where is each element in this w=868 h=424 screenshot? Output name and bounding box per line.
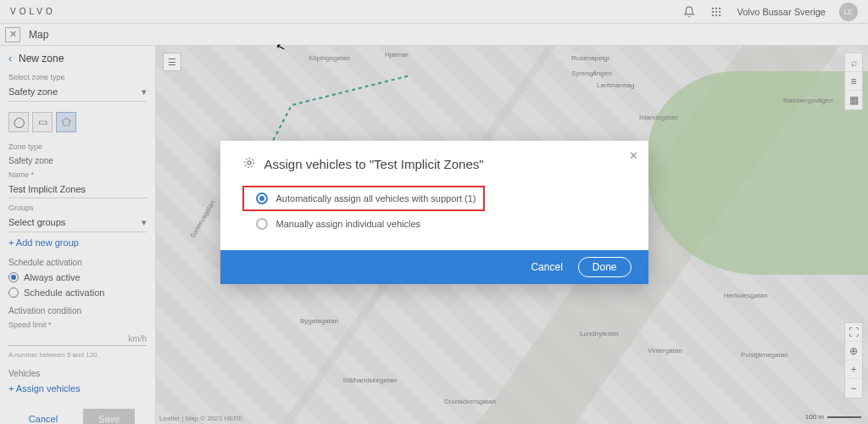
svg-point-9 — [248, 161, 251, 165]
modal-title: Assign vehicles to "Test Implicit Zones" — [264, 157, 484, 171]
modal-overlay[interactable]: ✕ Assign vehicles to "Test Implicit Zone… — [0, 0, 868, 424]
option-auto-label: Automatically assign all vehicles with s… — [276, 193, 476, 204]
modal-done-button[interactable]: Done — [578, 257, 632, 277]
modal-close-icon[interactable]: ✕ — [629, 149, 638, 162]
target-icon — [242, 156, 256, 172]
radio-icon — [256, 192, 268, 204]
highlighted-option: Automatically assign all vehicles with s… — [242, 186, 485, 211]
option-auto[interactable]: Automatically assign all vehicles with s… — [249, 189, 476, 208]
modal-footer: Cancel Done — [220, 250, 648, 284]
option-manual-label: Manually assign individual vehicles — [276, 219, 421, 229]
radio-icon — [256, 218, 268, 230]
option-manual[interactable]: Manually assign individual vehicles — [242, 215, 626, 233]
modal-cancel-button[interactable]: Cancel — [531, 261, 562, 273]
assign-vehicles-modal: ✕ Assign vehicles to "Test Implicit Zone… — [220, 141, 648, 284]
svg-point-10 — [244, 158, 253, 167]
